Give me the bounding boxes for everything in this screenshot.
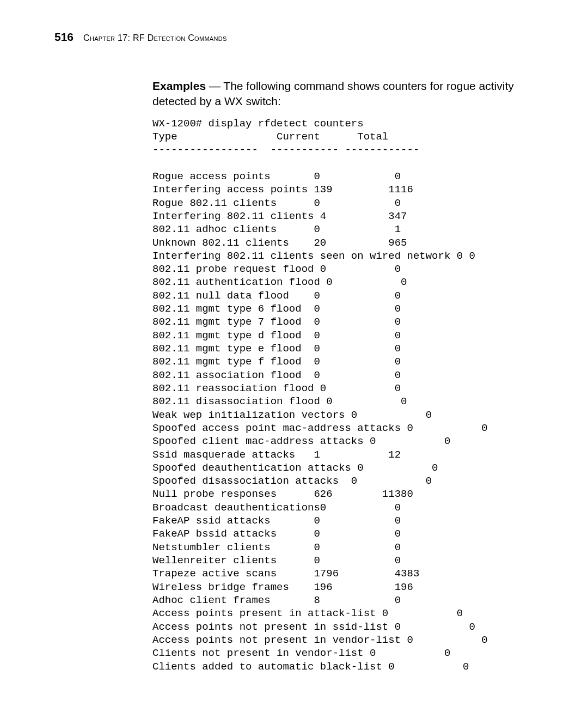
- page-number: 516: [54, 31, 74, 44]
- page-header: 516 Chapter 17: RF Detection Commands: [54, 31, 539, 44]
- chapter-title-text: Chapter 17: RF Detection Commands: [83, 33, 227, 42]
- examples-text: — The following command shows counters f…: [152, 80, 514, 107]
- chapter-title: Chapter 17: RF Detection Commands: [83, 33, 227, 43]
- terminal-output: WX-1200# display rfdetect counters Type …: [152, 117, 534, 673]
- examples-heading: Examples: [152, 80, 206, 92]
- content-column: Examples — The following command shows c…: [152, 78, 534, 673]
- examples-intro: Examples — The following command shows c…: [152, 78, 534, 109]
- page-container: 516 Chapter 17: RF Detection Commands Ex…: [0, 0, 588, 704]
